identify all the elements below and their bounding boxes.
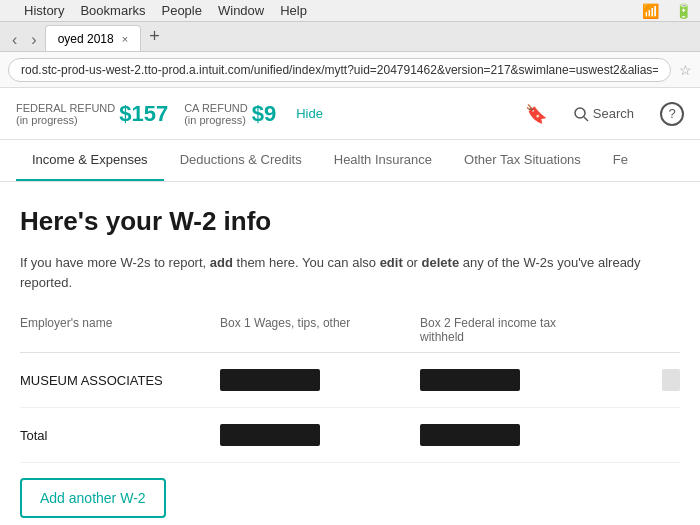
col-employer-header: Employer's name [20, 316, 220, 344]
ca-refund-section: CA REFUND (in progress) $9 [184, 101, 276, 127]
wages-cell [220, 369, 420, 391]
tab-income-expenses[interactable]: Income & Expenses [16, 140, 164, 181]
total-tax-redacted [420, 424, 520, 446]
search-button[interactable]: Search [563, 100, 644, 128]
employer-name: MUSEUM ASSOCIATES [20, 373, 220, 388]
new-tab-button[interactable]: + [141, 26, 168, 47]
total-wages-redacted [220, 424, 320, 446]
hide-button[interactable]: Hide [296, 106, 323, 121]
battery-icon: 🔋 [675, 3, 692, 19]
total-label: Total [20, 428, 220, 443]
federal-refund-label: FEDERAL REFUND [16, 102, 115, 114]
help-button[interactable]: ? [660, 102, 684, 126]
wifi-icon: 📶 [642, 3, 659, 19]
tab-label: oyed 2018 [58, 32, 114, 46]
menu-item-history[interactable]: History [24, 3, 64, 18]
forward-button[interactable]: › [27, 29, 40, 51]
menu-item-people[interactable]: People [161, 3, 201, 18]
federal-refund-amount: $157 [119, 101, 168, 127]
tab-other-tax[interactable]: Other Tax Situations [448, 140, 597, 181]
col-wages-header: Box 1 Wages, tips, other [220, 316, 420, 344]
description: If you have more W-2s to report, add the… [20, 253, 680, 292]
table-row: MUSEUM ASSOCIATES [20, 353, 680, 408]
ca-refund-amount: $9 [252, 101, 276, 127]
federal-refund-subtext: (in progress) [16, 114, 115, 126]
col-tax-header: Box 2 Federal income tax withheld [420, 316, 600, 344]
menu-item-help[interactable]: Help [280, 3, 307, 18]
total-wages-cell [220, 424, 420, 446]
ca-refund-subtext: (in progress) [184, 114, 248, 126]
main-content: Here's your W-2 info If you have more W-… [0, 182, 700, 525]
tab-fe[interactable]: Fe [597, 140, 644, 181]
federal-refund-section: FEDERAL REFUND (in progress) $157 [16, 101, 168, 127]
address-input[interactable] [8, 58, 671, 82]
bookmark-star-icon[interactable]: ☆ [679, 62, 692, 78]
browser-tab[interactable]: oyed 2018 × [45, 25, 142, 51]
add-w2-button[interactable]: Add another W-2 [20, 478, 166, 518]
tab-deductions-credits[interactable]: Deductions & Credits [164, 140, 318, 181]
svg-line-1 [584, 117, 588, 121]
bookmark-icon[interactable]: 🔖 [525, 103, 547, 125]
nav-tabs: Income & Expenses Deductions & Credits H… [0, 140, 700, 182]
browser-tab-bar: ‹ › oyed 2018 × + [0, 22, 700, 52]
more-options-icon[interactable] [662, 369, 680, 391]
menu-item-window[interactable]: Window [218, 3, 264, 18]
svg-point-0 [575, 108, 585, 118]
wages-redacted [220, 369, 320, 391]
browser-address-bar: ☆ [0, 52, 700, 88]
total-row: Total [20, 408, 680, 463]
app-header: FEDERAL REFUND (in progress) $157 CA REF… [0, 88, 700, 140]
menu-item-bookmarks[interactable]: Bookmarks [80, 3, 145, 18]
browser-menu-bar: History Bookmarks People Window Help 📶 🔋 [0, 0, 700, 22]
page-title: Here's your W-2 info [20, 206, 680, 237]
tab-health-insurance[interactable]: Health Insurance [318, 140, 448, 181]
tax-cell [420, 369, 600, 391]
tab-close-button[interactable]: × [122, 33, 128, 45]
back-button[interactable]: ‹ [8, 29, 21, 51]
table-header: Employer's name Box 1 Wages, tips, other… [20, 312, 680, 353]
tax-redacted [420, 369, 520, 391]
total-tax-cell [420, 424, 600, 446]
ca-refund-label: CA REFUND [184, 102, 248, 114]
search-label: Search [593, 106, 634, 121]
search-icon [573, 106, 589, 122]
nav-arrows: ‹ › [8, 29, 41, 51]
